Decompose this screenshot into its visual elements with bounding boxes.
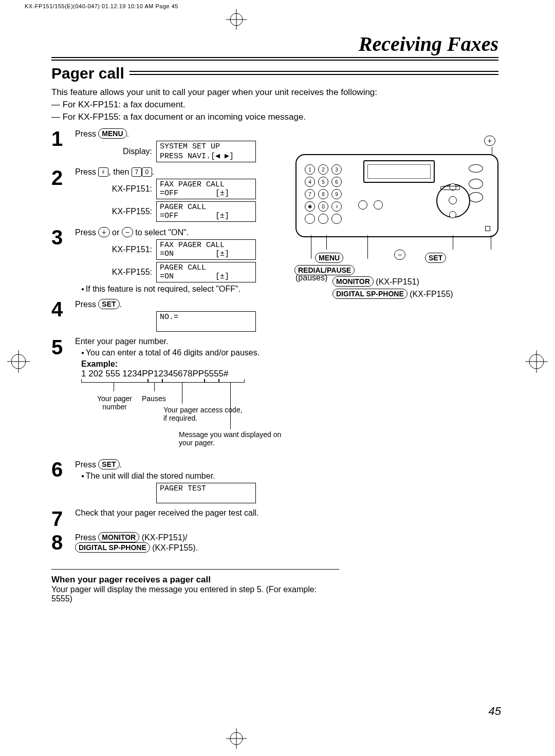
crop-mark-icon — [7, 350, 30, 375]
panel-button-icon — [358, 200, 367, 210]
panel-button-icon — [469, 164, 483, 173]
step-bullet: If this feature is not required, select … — [81, 285, 293, 294]
print-header: KX-FP151/155(E)(040-047) 01.12.19 10:10 … — [25, 3, 178, 9]
display-label: Display: — [96, 147, 156, 156]
keypad-key: 2 — [318, 164, 328, 175]
display-readout: PAGER CALL =ON [±] — [156, 262, 256, 282]
minus-button-label: − — [122, 227, 133, 237]
step-number: 2 — [51, 167, 75, 188]
intro-line: — For KX-FP155: a fax document or an inc… — [51, 112, 498, 122]
seven-key: 7 — [132, 167, 142, 177]
example-annotation: Pauses — [142, 394, 166, 403]
step-text: Press — [75, 129, 98, 138]
example-annotation: Your pager access code, if required. — [163, 406, 246, 422]
step-text: . — [120, 460, 122, 469]
minus-button-label: − — [394, 250, 405, 260]
step-text: (KX-FP151)/ — [139, 533, 187, 542]
step-number: 4 — [51, 299, 75, 319]
example-annotation: Message you want displayed on your pager… — [179, 430, 282, 447]
display-readout: FAX PAGER CALL =OFF [±] — [156, 179, 256, 199]
step-number: 1 — [51, 128, 75, 149]
panel-button-icon — [305, 214, 315, 224]
keypad-key: 6 — [331, 177, 342, 187]
step-text: Press — [75, 167, 98, 176]
keypad-key: 5 — [318, 177, 328, 187]
display-readout: SYSTEM SET UP PRESS NAVI.[◀ ▶] — [156, 141, 256, 162]
display-readout: PAGER TEST — [156, 483, 256, 503]
display-readout: PAGER CALL =OFF [±] — [156, 201, 256, 222]
step-4: 4 Press SET. NO.= — [51, 299, 293, 334]
step-text: Press — [75, 533, 98, 542]
step-number: 5 — [51, 337, 75, 357]
display-readout: FAX PAGER CALL =ON [±] — [156, 239, 256, 260]
step-text: (KX-FP155). — [150, 543, 198, 552]
panel-button-icon — [331, 214, 342, 224]
set-button-label: SET — [425, 253, 446, 263]
step-number: 3 — [51, 227, 75, 248]
step-2: 2 Press ♯, then 70. KX-FP151: FAX PAGER … — [51, 167, 293, 224]
footer-title: When your pager receives a pager call — [51, 575, 339, 585]
step-text: Press — [75, 228, 98, 237]
example-diagram: Your pager number Pauses Your pager acce… — [81, 379, 256, 456]
crop-mark-icon — [525, 350, 548, 375]
panel-button-icon — [318, 214, 328, 224]
panel-button-icon — [469, 179, 483, 189]
digital-sp-phone-button-label: DIGITAL SP-PHONE — [75, 542, 150, 553]
step-text: Check that your pager received the pager… — [75, 508, 293, 518]
step-text: . — [120, 300, 122, 309]
model-label: KX-FP155: — [96, 268, 156, 277]
panel-indicator-icon — [485, 226, 490, 231]
set-button-label: SET — [98, 299, 119, 309]
model-label: KX-FP151: — [96, 245, 156, 254]
step-text: or — [110, 228, 122, 237]
step-3: 3 Press + or − to select "ON". KX-FP151:… — [51, 227, 293, 296]
menu-button-label: MENU — [98, 128, 126, 139]
example-number: 1 202 555 1234PP12345678PP5555# — [81, 369, 291, 379]
set-button-label: SET — [98, 459, 119, 469]
step-6: 6 Press SET. The unit will dial the stor… — [51, 459, 293, 505]
example-label: Example: — [81, 360, 291, 369]
menu-button-label: MENU — [315, 253, 343, 263]
keypad-key: 1 — [305, 164, 315, 175]
keypad-key: 4 — [305, 177, 315, 187]
step-text: Enter your pager number. — [75, 337, 291, 346]
example-annotation: Your pager number — [91, 394, 138, 411]
step-number: 7 — [51, 508, 75, 529]
hash-key: ♯ — [98, 167, 108, 177]
step-number: 8 — [51, 532, 75, 553]
step-7: 7 Check that your pager received the pag… — [51, 508, 293, 529]
footer-section: When your pager receives a pager call Yo… — [51, 569, 339, 603]
step-text: to select "ON". — [133, 228, 189, 237]
monitor-button-label: MONITOR — [332, 276, 374, 287]
keypad-key: ♯ — [331, 201, 342, 212]
step-text: . — [127, 129, 129, 138]
footer-body: Your pager will display the message you … — [51, 585, 339, 603]
step-text: . — [152, 167, 154, 176]
plus-button-label: + — [98, 227, 109, 237]
step-1: 1 Press MENU. Display: SYSTEM SET UP PRE… — [51, 128, 293, 164]
step-8: 8 Press MONITOR (KX-FP151)/DIGITAL SP-PH… — [51, 532, 293, 554]
keypad: 1 2 3 4 5 6 7 8 9 ✱ 0 ♯ — [305, 164, 351, 226]
zero-key: 0 — [142, 167, 152, 177]
chapter-title: Receiving Faxes — [51, 32, 498, 56]
page-number: 45 — [489, 705, 501, 718]
model-tag: (KX-FP155) — [408, 290, 453, 298]
step-number: 6 — [51, 459, 75, 480]
intro-line: This feature allows your unit to call yo… — [51, 87, 498, 98]
model-label: KX-FP155: — [96, 207, 156, 216]
step-text: , then — [108, 167, 131, 176]
pauses-label: (pauses) — [295, 273, 327, 282]
keypad-key: ✱ — [305, 201, 315, 212]
intro-text: This feature allows your unit to call yo… — [51, 87, 498, 122]
step-text: Press — [75, 300, 98, 309]
device-diagram: + 1 2 3 4 5 6 7 8 9 ✱ 0 ♯ — [295, 154, 498, 308]
display-readout: NO.= — [156, 311, 256, 332]
intro-line: — For KX-FP151: a fax document. — [51, 100, 498, 110]
step-bullet: You can enter a total of 46 digits and/o… — [81, 348, 291, 357]
panel-slider-icon — [440, 186, 460, 190]
model-label: KX-FP151: — [96, 184, 156, 194]
keypad-key: 7 — [305, 189, 315, 199]
step-bullet: The unit will dial the stored number. — [81, 471, 293, 481]
model-tag: (KX-FP151) — [374, 277, 419, 286]
plus-button-label: + — [484, 136, 495, 146]
